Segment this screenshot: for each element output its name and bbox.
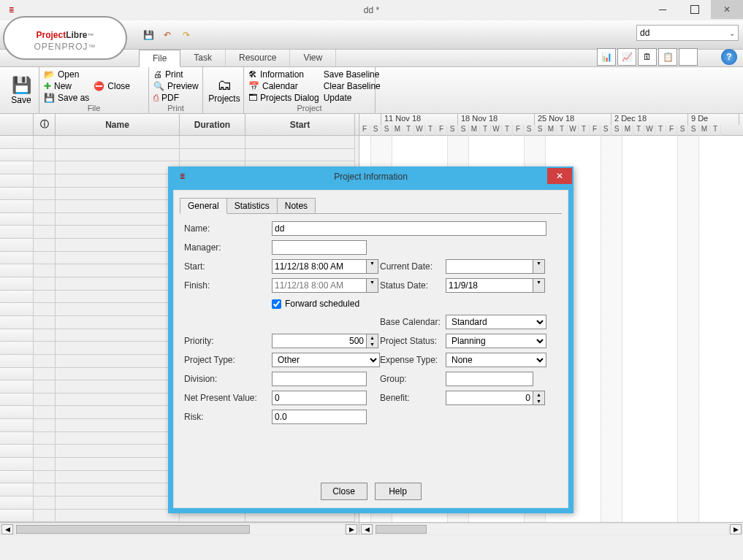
gantt-date: 9 De — [688, 114, 739, 125]
gantt-scrollbar-thumb[interactable] — [376, 525, 427, 534]
forward-scheduled-checkbox[interactable] — [272, 299, 281, 309]
minimize-button[interactable] — [647, 0, 679, 19]
gantt-day: F — [436, 125, 447, 136]
dialog-close-btn[interactable]: Close — [321, 483, 367, 500]
dialog-icon: 🗔 — [248, 93, 257, 103]
col-start[interactable]: Start — [245, 114, 355, 135]
open-button[interactable]: 📂Open — [44, 69, 89, 80]
dialog-close-button[interactable]: ✕ — [547, 168, 572, 184]
base-calendar-select[interactable]: Standard — [446, 315, 546, 329]
gantt-scroll-right[interactable]: ▶ — [730, 524, 742, 534]
clear-baseline-button[interactable]: Clear Baseline — [324, 80, 381, 92]
brand-logo: ProjectLibre™ OPENPROJ™ — [3, 16, 127, 60]
group-project-label: Project — [248, 104, 370, 112]
view-icon-3[interactable]: 🗓 — [638, 48, 657, 66]
division-field[interactable] — [272, 372, 367, 386]
group-file-label: File — [44, 104, 144, 112]
preview-icon: 🔍 — [153, 81, 164, 91]
label-forward: Forward scheduled — [285, 299, 359, 309]
gantt-day: T — [633, 125, 644, 136]
current-date-field[interactable] — [446, 259, 533, 274]
maximize-button[interactable] — [679, 0, 711, 19]
gantt-date — [359, 114, 381, 125]
gantt-day: M — [699, 125, 710, 136]
print-button[interactable]: 🖨Print — [153, 69, 199, 80]
gantt-scroll-left[interactable]: ◀ — [361, 524, 373, 534]
benefit-spinner[interactable]: ▲▼ — [533, 391, 545, 405]
view-icon-5[interactable] — [679, 48, 698, 66]
gantt-scrollbar-track[interactable] — [374, 524, 728, 534]
qat-undo-icon[interactable]: ↶ — [161, 28, 174, 42]
help-icon[interactable]: ? — [721, 49, 737, 65]
gantt-day: T — [480, 125, 491, 136]
close-file-button[interactable]: ⛔Close — [94, 80, 130, 92]
gantt-day: S — [370, 125, 381, 136]
status-date-picker[interactable]: ▼ — [533, 278, 545, 293]
gantt-day: S — [458, 125, 469, 136]
finish-picker[interactable]: ▼ — [367, 278, 378, 293]
col-rownum[interactable] — [0, 114, 34, 135]
gantt-day: M — [392, 125, 403, 136]
scroll-right-arrow[interactable]: ▶ — [346, 524, 357, 534]
project-status-select[interactable]: Planning — [446, 334, 546, 348]
view-icon-4[interactable]: 📋 — [658, 48, 677, 66]
scrollbar-track[interactable] — [15, 524, 344, 534]
gantt-day: T — [403, 125, 414, 136]
label-project-status: Project Status: — [380, 336, 446, 346]
preview-button[interactable]: 🔍Preview — [153, 80, 199, 92]
npv-field[interactable] — [272, 391, 367, 405]
projects-dialog-button[interactable]: 🗔Projects Dialog — [248, 92, 319, 104]
status-date-field[interactable] — [446, 278, 533, 293]
col-duration[interactable]: Duration — [180, 114, 245, 135]
tab-view[interactable]: View — [290, 50, 336, 66]
group-field[interactable] — [446, 372, 533, 386]
tab-file[interactable]: File — [139, 50, 180, 67]
calendar-button[interactable]: 📅Calendar — [248, 80, 319, 92]
view-icon-1[interactable]: 📊 — [597, 48, 616, 66]
information-button[interactable]: 🛠Information — [248, 69, 319, 80]
risk-field[interactable] — [272, 410, 367, 424]
manager-field[interactable] — [272, 240, 367, 255]
tab-resource[interactable]: Resource — [226, 50, 290, 66]
start-picker[interactable]: ▼ — [367, 259, 378, 274]
dialog-tab-general[interactable]: General — [180, 198, 227, 214]
info-icon: 🛠 — [248, 69, 257, 80]
save-baseline-button[interactable]: Save Baseline — [324, 69, 381, 80]
name-field[interactable] — [272, 221, 546, 236]
qat-redo-icon[interactable]: ↷ — [180, 28, 193, 42]
new-button[interactable]: ✚New — [44, 80, 89, 92]
label-project-type: Project Type: — [184, 355, 272, 365]
gantt-day: S — [611, 125, 622, 136]
close-button[interactable] — [711, 0, 743, 19]
priority-spinner[interactable]: ▲▼ — [367, 334, 378, 348]
update-button[interactable]: Update — [324, 92, 381, 104]
priority-field[interactable] — [272, 334, 367, 348]
gantt-day: S — [447, 125, 458, 136]
benefit-field[interactable] — [446, 391, 533, 405]
project-type-select[interactable]: Other — [272, 353, 380, 367]
projects-button[interactable]: 🗂 Projects — [207, 69, 241, 112]
tab-task[interactable]: Task — [180, 50, 226, 66]
label-manager: Manager: — [184, 242, 272, 253]
label-name: Name: — [184, 223, 272, 234]
qat-save-icon[interactable]: 💾 — [142, 28, 155, 42]
col-info[interactable]: ⓘ — [34, 114, 56, 135]
projects-icon: 🗂 — [217, 77, 232, 93]
current-date-picker[interactable]: ▼ — [533, 259, 545, 274]
project-selector[interactable]: dd ⌄ — [636, 25, 739, 41]
gantt-day: M — [622, 125, 633, 136]
save-button[interactable]: 💾 Save — [4, 69, 38, 112]
dialog-help-btn[interactable]: Help — [375, 483, 422, 500]
col-name[interactable]: Name — [56, 114, 180, 135]
scrollbar-thumb[interactable] — [16, 525, 250, 534]
start-field[interactable] — [272, 259, 367, 274]
dialog-tab-statistics[interactable]: Statistics — [226, 198, 278, 214]
pdf-button[interactable]: ⎙PDF — [153, 92, 199, 104]
dialog-tab-notes[interactable]: Notes — [277, 198, 316, 214]
expense-type-select[interactable]: None — [446, 353, 546, 367]
dialog-app-icon: ≣ — [168, 173, 197, 180]
saveas-button[interactable]: 💾Save as — [44, 92, 89, 104]
scroll-left-arrow[interactable]: ◀ — [1, 524, 13, 534]
gantt-day: T — [425, 125, 436, 136]
view-icon-2[interactable]: 📈 — [617, 48, 636, 66]
